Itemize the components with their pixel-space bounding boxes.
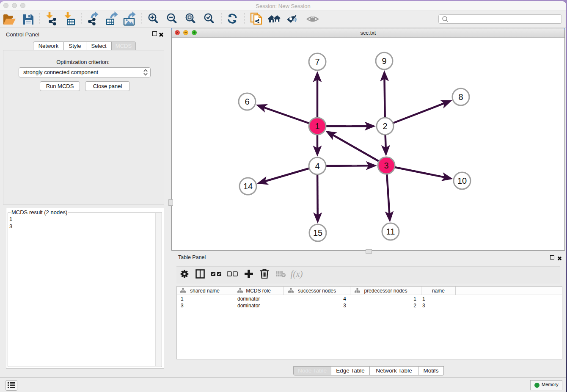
svg-text:7: 7 bbox=[315, 57, 319, 66]
svg-text:3: 3 bbox=[384, 161, 388, 170]
svg-text:6: 6 bbox=[245, 97, 249, 106]
svg-text:4: 4 bbox=[315, 161, 319, 171]
svg-text:8: 8 bbox=[458, 92, 463, 102]
svg-text:11: 11 bbox=[386, 227, 395, 236]
svg-text:10: 10 bbox=[457, 176, 467, 185]
svg-text:9: 9 bbox=[382, 56, 386, 66]
svg-text:f(x): f(x) bbox=[290, 269, 303, 279]
svg-text:14: 14 bbox=[243, 182, 253, 191]
svg-text:1: 1 bbox=[315, 121, 319, 131]
svg-text:2: 2 bbox=[383, 121, 387, 131]
svg-text:15: 15 bbox=[313, 228, 322, 237]
